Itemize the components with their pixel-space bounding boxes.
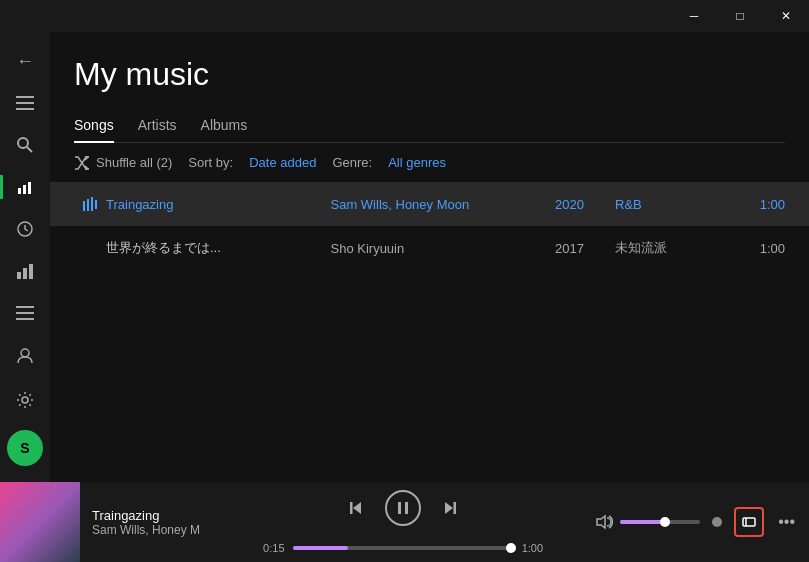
- prev-button[interactable]: [347, 499, 365, 517]
- sidebar-user[interactable]: [0, 334, 50, 378]
- svg-marker-21: [353, 502, 361, 514]
- minimize-button[interactable]: ─: [671, 0, 717, 32]
- svg-rect-28: [743, 518, 755, 526]
- genre-value[interactable]: All genres: [388, 155, 446, 170]
- sidebar-hamburger[interactable]: [0, 82, 50, 124]
- player-controls: 0:15 1:00: [220, 490, 586, 554]
- genre-label: Genre:: [332, 155, 372, 170]
- svg-rect-17: [83, 201, 85, 211]
- tab-artists[interactable]: Artists: [138, 109, 177, 143]
- svg-rect-23: [398, 502, 401, 514]
- current-time: 0:15: [263, 542, 284, 554]
- svg-marker-25: [445, 502, 453, 514]
- tabs-nav: Songs Artists Albums: [74, 109, 785, 143]
- progress-bar[interactable]: [293, 546, 514, 550]
- progress-fill: [293, 546, 348, 550]
- tab-albums[interactable]: Albums: [201, 109, 248, 143]
- spotify-button[interactable]: S: [7, 430, 43, 466]
- table-row[interactable]: Traingazing Sam Wills, Honey Moon 2020 R…: [50, 182, 809, 226]
- controls-bar: Shuffle all (2) Sort by: Date added Genr…: [50, 143, 809, 182]
- svg-line-4: [27, 147, 32, 152]
- mode-dot: [712, 517, 722, 527]
- song-year: 2017: [555, 241, 615, 256]
- svg-rect-7: [28, 182, 31, 194]
- song-duration: 1:00: [735, 197, 785, 212]
- mini-mode-button[interactable]: [734, 507, 764, 537]
- shuffle-label: Shuffle all (2): [96, 155, 172, 170]
- play-pause-button[interactable]: [385, 490, 421, 526]
- song-artist: Sho Kiryuuin: [331, 241, 556, 256]
- svg-rect-9: [17, 272, 21, 279]
- svg-rect-14: [16, 318, 34, 320]
- main-content: My music Songs Artists Albums Shuffle al…: [50, 32, 809, 482]
- title-bar: ─ □ ✕: [0, 0, 809, 32]
- sidebar-chart[interactable]: [0, 250, 50, 292]
- song-name: Traingazing: [106, 197, 331, 212]
- sidebar-back[interactable]: ←: [0, 40, 50, 82]
- volume-icon: [596, 514, 614, 530]
- player-info: Traingazing Sam Wills, Honey M: [80, 508, 220, 537]
- svg-rect-2: [16, 108, 34, 110]
- song-genre: R&B: [615, 197, 735, 212]
- svg-rect-10: [23, 268, 27, 279]
- song-artist: Sam Wills, Honey Moon: [331, 197, 556, 212]
- svg-rect-24: [405, 502, 408, 514]
- sidebar-settings[interactable]: [0, 378, 50, 422]
- svg-rect-22: [350, 502, 353, 514]
- svg-rect-20: [95, 200, 97, 209]
- page-header: My music Songs Artists Albums: [50, 32, 809, 143]
- sidebar-bottom: S: [0, 334, 50, 482]
- svg-rect-0: [16, 96, 34, 98]
- player-buttons: [347, 490, 459, 526]
- sidebar-music[interactable]: [0, 166, 50, 208]
- progress-row: 0:15 1:00: [263, 542, 543, 554]
- volume-bar[interactable]: [620, 520, 700, 524]
- svg-marker-27: [597, 516, 605, 528]
- volume-dot: [660, 517, 670, 527]
- svg-point-3: [18, 138, 28, 148]
- svg-rect-18: [87, 199, 89, 211]
- svg-point-15: [21, 349, 29, 357]
- svg-rect-19: [91, 197, 93, 211]
- album-art: [0, 482, 80, 562]
- svg-rect-12: [16, 306, 34, 308]
- svg-rect-11: [29, 264, 33, 279]
- sidebar-search[interactable]: [0, 124, 50, 166]
- svg-point-16: [22, 397, 28, 403]
- svg-rect-6: [23, 185, 26, 194]
- volume-area: [596, 514, 700, 530]
- progress-dot: [506, 543, 516, 553]
- player-right: •••: [586, 507, 809, 537]
- close-button[interactable]: ✕: [763, 0, 809, 32]
- song-genre: 未知流派: [615, 239, 735, 257]
- shuffle-button[interactable]: Shuffle all (2): [74, 155, 172, 170]
- song-year: 2020: [555, 197, 615, 212]
- sort-value[interactable]: Date added: [249, 155, 316, 170]
- mini-mode-icon: [742, 517, 756, 527]
- total-time: 1:00: [522, 542, 543, 554]
- svg-rect-5: [18, 188, 21, 194]
- song-duration: 1:00: [735, 241, 785, 256]
- next-button[interactable]: [441, 499, 459, 517]
- page-title: My music: [74, 56, 785, 93]
- playing-icon: [74, 197, 106, 211]
- player-artist-name: Sam Wills, Honey M: [92, 523, 208, 537]
- player-bar: Traingazing Sam Wills, Honey M: [0, 482, 809, 562]
- svg-rect-13: [16, 312, 34, 314]
- songs-list: Traingazing Sam Wills, Honey Moon 2020 R…: [50, 182, 809, 482]
- song-name: 世界が終るまでは...: [106, 239, 331, 257]
- player-track-name: Traingazing: [92, 508, 208, 523]
- sort-label: Sort by:: [188, 155, 233, 170]
- sidebar-recent[interactable]: [0, 208, 50, 250]
- table-row[interactable]: 世界が終るまでは... Sho Kiryuuin 2017 未知流派 1:00: [50, 226, 809, 270]
- sidebar: ←: [0, 32, 50, 482]
- maximize-button[interactable]: □: [717, 0, 763, 32]
- svg-rect-26: [454, 502, 457, 514]
- sidebar-list[interactable]: [0, 292, 50, 334]
- app-body: ←: [0, 32, 809, 482]
- more-options-button[interactable]: •••: [774, 509, 799, 535]
- tab-songs[interactable]: Songs: [74, 109, 114, 143]
- svg-rect-1: [16, 102, 34, 104]
